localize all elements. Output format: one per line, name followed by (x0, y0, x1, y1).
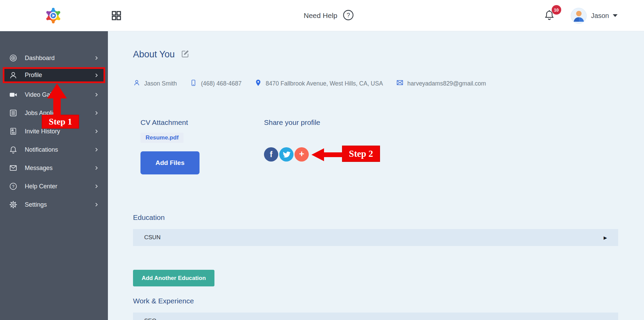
sidebar-item-label: Invite History (25, 128, 60, 135)
svg-text:?: ? (12, 184, 15, 189)
about-you-header: About You (133, 49, 190, 60)
resume-file-link[interactable]: Resume.pdf (140, 133, 184, 143)
address-text: 8470 Fallbrook Avenue, West Hills, CA, U… (266, 80, 383, 87)
sidebar-item-label: Notifications (25, 146, 58, 153)
sidebar: Dashboard Profile Video Gallery (0, 31, 108, 320)
add-network-icon[interactable]: + (295, 147, 309, 162)
education-row-value: CSUN (144, 234, 160, 241)
contact-info-row: Jason Smith (468) 468-4687 8470 Fallbroo… (133, 79, 486, 88)
cv-attachment-title: CV Attachment (140, 118, 264, 127)
top-right-cluster: 10 Jason (544, 0, 618, 31)
step-1-annotation: Step 1 (42, 115, 79, 129)
contact-address: 8470 Fallbrook Avenue, West Hills, CA, U… (254, 79, 383, 88)
user-avatar-icon[interactable] (571, 8, 587, 24)
mail-icon (396, 79, 404, 88)
work-experience-title: Work & Experience (133, 297, 618, 305)
location-pin-icon (254, 79, 262, 88)
need-help-label: Need Help (304, 12, 337, 20)
video-camera-icon (9, 90, 18, 99)
step-1-arrow-head (47, 83, 67, 98)
contact-phone: (468) 468-4687 (190, 79, 242, 88)
top-bar: Need Help ? 10 (0, 0, 644, 31)
contact-email: harveyadams829@gmail.com (396, 79, 486, 88)
caret-right-icon[interactable]: ▶ (604, 235, 607, 240)
step-1-arrow (53, 98, 61, 115)
need-help-button[interactable]: Need Help ? (304, 0, 354, 31)
sidebar-item-label: Help Center (25, 183, 57, 190)
sidebar-item-dashboard[interactable]: Dashboard (0, 49, 108, 67)
chevron-right-icon (94, 147, 99, 152)
sidebar-item-settings[interactable]: Settings (0, 195, 108, 214)
work-experience-row[interactable]: SEO (133, 313, 618, 320)
work-experience-section: Work & Experience SEO (133, 297, 618, 320)
svg-text:?: ? (347, 12, 350, 18)
sidebar-item-label: Dashboard (25, 55, 55, 62)
step-2-annotation: Step 2 (342, 146, 380, 162)
cv-attachment-block: CV Attachment Resume.pdf Add Files (140, 118, 264, 174)
gear-icon (9, 200, 18, 209)
education-title: Education (133, 213, 618, 222)
sidebar-item-label: Profile (25, 72, 42, 79)
sidebar-item-label: Settings (25, 201, 47, 208)
work-row-value: SEO (144, 318, 156, 320)
chevron-right-icon (94, 184, 99, 189)
chevron-down-icon[interactable] (613, 14, 618, 17)
sidebar-item-profile[interactable]: Profile (3, 67, 105, 83)
chevron-right-icon (94, 110, 99, 116)
contact-name: Jason Smith (133, 79, 177, 88)
chevron-right-icon (94, 55, 99, 61)
person-icon (133, 79, 140, 88)
notifications-bell-button[interactable]: 10 (544, 8, 555, 23)
chevron-right-icon (94, 92, 99, 97)
education-row[interactable]: CSUN ▶ (133, 229, 618, 246)
dashboard-icon (9, 54, 18, 62)
invite-history-icon (9, 127, 18, 136)
sidebar-item-help-center[interactable]: ? Help Center (0, 177, 108, 195)
sidebar-item-messages[interactable]: Messages (0, 159, 108, 177)
profile-icon (9, 71, 18, 80)
profile-page: Need Help ? 10 (0, 0, 644, 320)
user-name[interactable]: Jason (591, 12, 609, 20)
edit-pencil-icon[interactable] (181, 49, 190, 60)
sidebar-item-notifications[interactable]: Notifications (0, 140, 108, 159)
envelope-icon (9, 164, 18, 172)
cv-share-section: CV Attachment Resume.pdf Add Files Share… (140, 118, 320, 174)
chevron-right-icon (94, 165, 99, 171)
twitter-icon[interactable] (279, 147, 293, 162)
main-content: About You Jason Smith (108, 31, 644, 320)
app-logo-icon[interactable] (42, 5, 64, 26)
share-profile-block: Share your profile f + (264, 118, 320, 174)
add-another-education-button[interactable]: Add Another Education (133, 270, 214, 286)
jobs-list-icon (9, 109, 18, 117)
phone-text: (468) 468-4687 (201, 80, 242, 87)
bell-icon (9, 145, 18, 154)
step-2-arrow (323, 152, 343, 157)
chevron-right-icon (94, 129, 99, 134)
education-section: Education CSUN ▶ (133, 213, 618, 246)
facebook-icon[interactable]: f (264, 147, 278, 162)
help-circle-icon: ? (9, 182, 18, 191)
share-profile-title: Share your profile (264, 118, 320, 127)
email-text: harveyadams829@gmail.com (408, 80, 486, 87)
chevron-right-icon (94, 73, 99, 78)
step-2-arrow-head (311, 148, 324, 161)
page-title: About You (133, 49, 175, 60)
notification-count-badge: 10 (552, 5, 561, 15)
question-circle-icon: ? (342, 9, 354, 22)
phone-icon (190, 79, 197, 88)
full-name-text: Jason Smith (144, 80, 177, 87)
chevron-right-icon (94, 202, 99, 207)
sidebar-item-label: Messages (25, 165, 53, 172)
add-files-button[interactable]: Add Files (140, 151, 200, 174)
grid-icon[interactable] (110, 10, 122, 22)
